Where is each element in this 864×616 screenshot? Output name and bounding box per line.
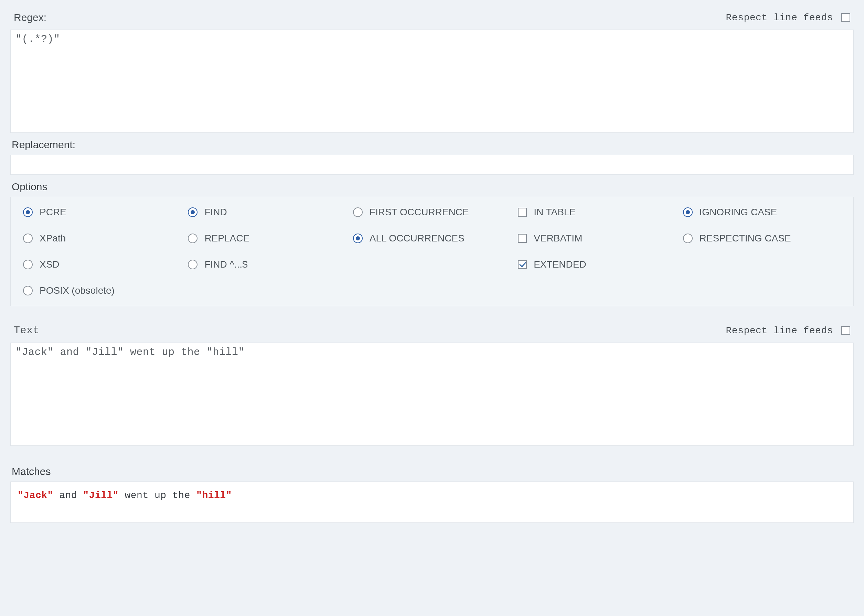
text-respect-line-feeds-group: Respect line feeds [726, 325, 850, 336]
radio-xpath[interactable]: XPath [23, 233, 181, 244]
check-extended-label: EXTENDED [534, 259, 586, 270]
text-respect-label: Respect line feeds [726, 325, 833, 336]
engine-radio-group: PCRE XPath XSD POSIX (obsolete) [23, 207, 181, 296]
radio-replace-label: REPLACE [205, 233, 249, 244]
replacement-input[interactable] [10, 155, 854, 175]
radio-posix-label: POSIX (obsolete) [39, 285, 115, 296]
check-verbatim[interactable]: VERBATIM [518, 233, 676, 244]
radio-find-anchored-label: FIND ^...$ [205, 259, 247, 270]
check-in-table[interactable]: IN TABLE [518, 207, 676, 218]
regex-respect-label: Respect line feeds [726, 13, 833, 23]
options-label: Options [10, 175, 854, 197]
matches-output: "Jack" and "Jill" went up the "hill" [10, 481, 854, 523]
text-label: Text [14, 325, 39, 336]
action-radio-group: FIND REPLACE FIND ^...$ [188, 207, 346, 270]
match-text: went up the [119, 490, 196, 501]
replacement-label: Replacement: [10, 133, 854, 155]
radio-xsd[interactable]: XSD [23, 259, 181, 270]
radio-xpath-label: XPath [39, 233, 66, 244]
flags-checkbox-group: IN TABLE VERBATIM EXTENDED [518, 207, 676, 270]
radio-ignoring-case[interactable]: IGNORING CASE [683, 207, 841, 218]
text-input[interactable]: "Jack" and "Jill" went up the "hill" [10, 343, 854, 446]
case-radio-group: IGNORING CASE RESPECTING CASE [683, 207, 841, 244]
radio-all-label: ALL OCCURRENCES [370, 233, 464, 244]
regex-input[interactable]: "(.*?)" [10, 30, 854, 133]
radio-posix[interactable]: POSIX (obsolete) [23, 285, 181, 296]
radio-all-occurrences[interactable]: ALL OCCURRENCES [353, 233, 511, 244]
regex-respect-line-feeds-group: Respect line feeds [726, 13, 850, 23]
radio-xsd-label: XSD [39, 259, 60, 270]
match-highlight: "hill" [196, 490, 232, 501]
match-highlight: "Jack" [17, 490, 54, 501]
text-header: Text Respect line feeds [10, 320, 854, 343]
radio-respecting-label: RESPECTING CASE [700, 233, 791, 244]
match-highlight: "Jill" [83, 490, 119, 501]
radio-find-label: FIND [205, 207, 227, 218]
check-extended[interactable]: EXTENDED [518, 259, 676, 270]
occurrence-radio-group: FIRST OCCURRENCE ALL OCCURRENCES [353, 207, 511, 244]
radio-first-occurrence[interactable]: FIRST OCCURRENCE [353, 207, 511, 218]
regex-respect-checkbox[interactable] [841, 13, 850, 22]
text-respect-checkbox[interactable] [841, 326, 850, 335]
regex-label: Regex: [14, 12, 46, 24]
radio-find[interactable]: FIND [188, 207, 346, 218]
check-in-table-label: IN TABLE [534, 207, 576, 218]
radio-pcre-label: PCRE [39, 207, 66, 218]
regex-header: Regex: Respect line feeds [10, 7, 854, 30]
radio-respecting-case[interactable]: RESPECTING CASE [683, 233, 841, 244]
regex-tool-panel: Regex: Respect line feeds "(.*?)" Replac… [0, 0, 864, 537]
radio-first-label: FIRST OCCURRENCE [370, 207, 469, 218]
radio-pcre[interactable]: PCRE [23, 207, 181, 218]
radio-ignoring-label: IGNORING CASE [700, 207, 777, 218]
match-text: and [54, 490, 83, 501]
check-verbatim-label: VERBATIM [534, 233, 582, 244]
options-box: PCRE XPath XSD POSIX (obsolete) FIND [10, 197, 854, 306]
radio-find-anchored[interactable]: FIND ^...$ [188, 259, 346, 270]
radio-replace[interactable]: REPLACE [188, 233, 346, 244]
matches-label: Matches [10, 459, 854, 481]
